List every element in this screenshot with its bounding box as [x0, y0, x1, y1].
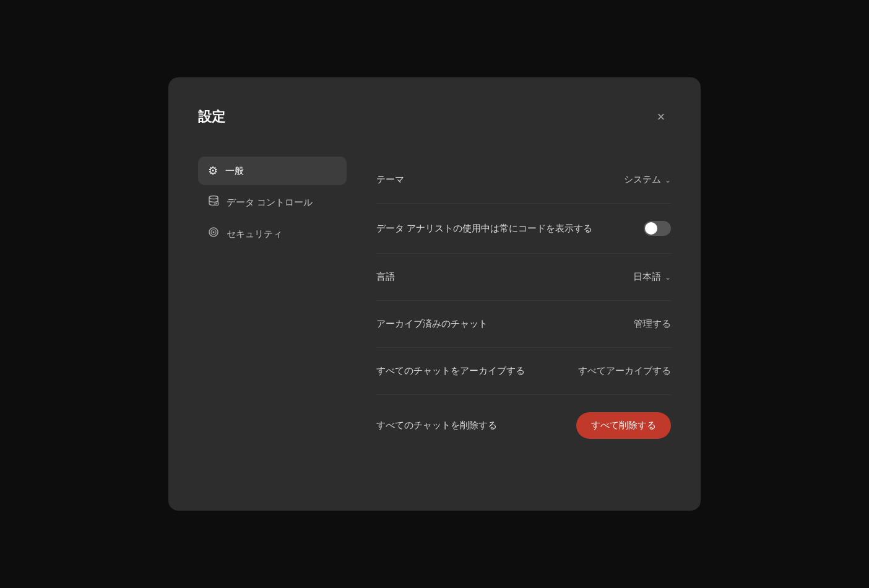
setting-row-delete-all: すべてのチャットを削除する すべて削除する — [376, 395, 671, 456]
theme-label: テーマ — [376, 174, 404, 186]
shield-icon — [208, 227, 219, 241]
delete-all-button[interactable]: すべて削除する — [576, 412, 671, 439]
sidebar-item-general-label: 一般 — [225, 165, 244, 177]
archived-chats-label: アーカイブ済みのチャット — [376, 318, 488, 330]
gear-icon: ⚙ — [208, 164, 218, 178]
chevron-down-icon: ⌄ — [665, 273, 671, 282]
modal-body: ⚙ 一般 データ コントロール — [198, 157, 671, 481]
setting-row-theme: テーマ システム ⌄ — [376, 157, 671, 204]
archive-all-button[interactable]: すべてアーカイブする — [578, 365, 671, 377]
svg-point-0 — [209, 196, 218, 199]
language-dropdown[interactable]: 日本語 ⌄ — [633, 271, 671, 283]
modal-title: 設定 — [198, 108, 225, 126]
sidebar-item-general[interactable]: ⚙ 一般 — [198, 157, 347, 185]
svg-point-6 — [213, 231, 215, 233]
data-analyst-label: データ アナリストの使用中は常にコードを表示する — [376, 223, 592, 235]
language-value: 日本語 — [633, 271, 661, 283]
setting-row-language: 言語 日本語 ⌄ — [376, 254, 671, 301]
sidebar-item-security[interactable]: セキュリティ — [198, 219, 347, 248]
theme-dropdown[interactable]: システム ⌄ — [624, 174, 671, 186]
setting-row-data-analyst: データ アナリストの使用中は常にコードを表示する — [376, 204, 671, 254]
data-analyst-toggle[interactable] — [644, 221, 671, 236]
close-button[interactable]: × — [651, 107, 671, 127]
manage-archived-button[interactable]: 管理する — [634, 318, 671, 330]
modal-overlay: 設定 × ⚙ 一般 — [0, 0, 869, 588]
modal-header: 設定 × — [198, 107, 671, 127]
settings-sidebar: ⚙ 一般 データ コントロール — [198, 157, 347, 481]
sidebar-item-data-control-label: データ コントロール — [227, 196, 313, 209]
theme-value: システム — [624, 174, 661, 186]
settings-content: テーマ システム ⌄ データ アナリストの使用中は常にコードを表示する 言語 日… — [347, 157, 671, 481]
language-label: 言語 — [376, 271, 395, 283]
chevron-down-icon: ⌄ — [665, 176, 671, 184]
database-icon — [208, 195, 219, 209]
setting-row-archive-all: すべてのチャットをアーカイブする すべてアーカイブする — [376, 348, 671, 395]
settings-modal: 設定 × ⚙ 一般 — [168, 77, 701, 511]
delete-all-label: すべてのチャットを削除する — [376, 420, 497, 431]
setting-row-archived-chats: アーカイブ済みのチャット 管理する — [376, 301, 671, 348]
sidebar-item-security-label: セキュリティ — [227, 228, 282, 240]
archive-all-label: すべてのチャットをアーカイブする — [376, 365, 525, 377]
sidebar-item-data-control[interactable]: データ コントロール — [198, 188, 347, 217]
